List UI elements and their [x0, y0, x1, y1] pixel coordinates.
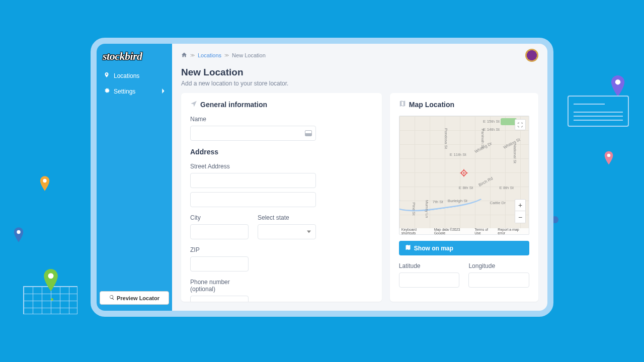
state-label: Select state	[258, 214, 316, 221]
map-icon	[399, 100, 406, 109]
avatar[interactable]	[525, 49, 538, 62]
section-title: General information	[200, 101, 267, 109]
address-section-title: Address	[190, 148, 373, 156]
zip-input[interactable]	[190, 256, 249, 272]
main-content: ≫ Locations ≫ New Location New Location …	[172, 44, 547, 311]
page-title: New Location	[181, 67, 538, 78]
lon-label: Longitude	[468, 262, 529, 269]
street1-input[interactable]	[190, 173, 316, 188]
chevron-right-icon	[161, 88, 165, 95]
zoom-in-button[interactable]: +	[515, 199, 526, 211]
map-canvas[interactable]: E 15th St E 14th St E 11th St Whiting Dr…	[399, 116, 529, 235]
search-icon	[109, 295, 115, 301]
fullscreen-button[interactable]: ⛶	[515, 119, 526, 130]
sidebar: stockbird Locations Settings Preview Loc…	[97, 44, 172, 311]
home-icon[interactable]	[181, 52, 187, 59]
sidebar-item-label: Settings	[114, 88, 135, 95]
svg-point-2	[48, 273, 54, 279]
card-icon	[305, 130, 312, 136]
bg-pin-pink-icon	[604, 151, 614, 165]
map-target-icon	[459, 168, 468, 177]
sidebar-item-label: Locations	[114, 72, 139, 79]
arrow-icon	[190, 100, 197, 109]
city-label: City	[190, 214, 249, 221]
breadcrumb-current: New Location	[232, 52, 266, 58]
breadcrumb-locations[interactable]: Locations	[198, 52, 221, 58]
svg-point-4	[607, 154, 611, 157]
show-on-map-button[interactable]: Show on map	[399, 241, 529, 255]
map-pin-icon	[405, 244, 411, 252]
street2-input[interactable]	[190, 192, 316, 207]
sidebar-item-settings[interactable]: Settings	[97, 83, 172, 99]
zip-label: ZIP	[190, 246, 249, 253]
section-title: Map Location	[409, 101, 454, 109]
svg-point-1	[17, 230, 20, 234]
bg-pin-purple-icon	[610, 75, 626, 97]
svg-point-0	[43, 179, 46, 183]
bg-grid-icon	[23, 286, 77, 314]
map-attribution: Keyboard shortcuts Map data ©2023 Google…	[399, 228, 529, 234]
app-window: stockbird Locations Settings Preview Loc…	[91, 38, 553, 317]
zoom-out-button[interactable]: −	[515, 211, 526, 223]
state-select[interactable]	[258, 224, 316, 239]
map-location-card: Map Location E 15th St E 14th St E 11th …	[390, 93, 538, 302]
bg-pin-blue-icon	[13, 227, 24, 242]
bg-pin-orange-icon	[39, 176, 50, 191]
logo: stockbird	[97, 44, 172, 68]
breadcrumb: ≫ Locations ≫ New Location	[181, 52, 266, 59]
pin-icon	[104, 72, 110, 79]
street-label: Street Address	[190, 163, 373, 170]
svg-point-3	[615, 79, 621, 85]
general-info-card: General information Name Address Street …	[181, 93, 382, 302]
longitude-input[interactable]	[468, 273, 529, 288]
bg-card-icon	[568, 96, 629, 127]
topbar: ≫ Locations ≫ New Location	[172, 44, 547, 65]
svg-point-6	[463, 172, 465, 173]
chevron-icon: ≫	[224, 53, 229, 58]
lat-label: Latitude	[399, 262, 460, 269]
phone-input[interactable]	[190, 296, 249, 302]
latitude-input[interactable]	[399, 273, 460, 288]
chevron-icon: ≫	[190, 53, 195, 58]
city-input[interactable]	[190, 224, 249, 239]
page-subtitle: Add a new location to your store locator…	[181, 80, 538, 87]
preview-locator-button[interactable]: Preview Locator	[100, 291, 169, 305]
phone-label: Phone number (optional)	[190, 279, 249, 293]
sidebar-item-locations[interactable]: Locations	[97, 68, 172, 83]
gear-icon	[104, 87, 110, 95]
name-label: Name	[190, 116, 373, 123]
name-input[interactable]	[190, 126, 316, 141]
